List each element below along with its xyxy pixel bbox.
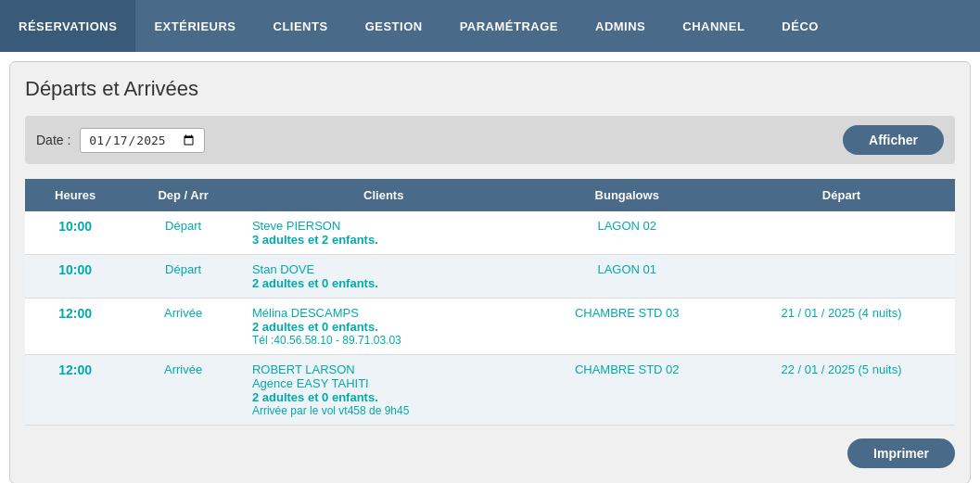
- table-col-dep--arr: Dep / Arr: [125, 179, 241, 211]
- table-col-dpart: Départ: [728, 179, 955, 211]
- nav-item-parametrage[interactable]: PARAMÉTRAGE: [441, 0, 577, 52]
- cell-client: Mélina DESCAMPS2 adultes et 0 enfants.Té…: [241, 299, 527, 355]
- table-row: 12:00ArrivéeMélina DESCAMPS2 adultes et …: [25, 299, 955, 355]
- cell-depart: 21 / 01 / 2025 (4 nuits): [728, 299, 955, 355]
- table-body: 10:00DépartSteve PIERSON3 adultes et 2 e…: [25, 211, 955, 426]
- cell-depart: [728, 211, 955, 255]
- date-label: Date :: [36, 133, 70, 147]
- cell-client: Steve PIERSON3 adultes et 2 enfants.: [241, 211, 527, 255]
- main-nav: RÉSERVATIONSEXTÉRIEURSCLIENTSGESTIONPARA…: [0, 0, 980, 52]
- imprimer-button[interactable]: Imprimer: [847, 439, 955, 468]
- table-row: 10:00DépartSteve PIERSON3 adultes et 2 e…: [25, 211, 955, 255]
- nav-item-channel[interactable]: CHANNEL: [664, 0, 763, 52]
- cell-bungalow: CHAMBRE STD 02: [527, 355, 728, 426]
- cell-heures: 12:00: [25, 355, 125, 426]
- nav-item-admins[interactable]: ADMINS: [577, 0, 664, 52]
- nav-item-deco[interactable]: DÉCO: [763, 0, 837, 52]
- table-col-clients: Clients: [241, 179, 527, 211]
- bottom-row: Imprimer: [25, 439, 955, 468]
- nav-item-reservations[interactable]: RÉSERVATIONS: [0, 0, 135, 52]
- departures-table: HeuresDep / ArrClientsBungalowsDépart 10…: [25, 179, 955, 426]
- table-header: HeuresDep / ArrClientsBungalowsDépart: [25, 179, 955, 211]
- cell-heures: 10:00: [25, 211, 125, 255]
- date-input[interactable]: [80, 128, 205, 153]
- table-row: 10:00DépartStan DOVE2 adultes et 0 enfan…: [25, 255, 955, 299]
- cell-bungalow: LAGON 01: [527, 255, 728, 299]
- afficher-button[interactable]: Afficher: [843, 125, 944, 155]
- cell-client: ROBERT LARSONAgence EASY TAHITI2 adultes…: [241, 355, 527, 426]
- cell-dep-arr: Arrivée: [125, 355, 241, 426]
- cell-bungalow: LAGON 02: [527, 211, 728, 255]
- cell-depart: 22 / 01 / 2025 (5 nuits): [728, 355, 955, 426]
- table-col-bungalows: Bungalows: [527, 179, 728, 211]
- cell-depart: [728, 255, 955, 299]
- cell-heures: 10:00: [25, 255, 125, 299]
- cell-dep-arr: Arrivée: [125, 299, 241, 355]
- filter-row: Date : Afficher: [25, 116, 955, 164]
- cell-dep-arr: Départ: [125, 255, 241, 299]
- cell-dep-arr: Départ: [125, 211, 241, 255]
- nav-item-exterieurs[interactable]: EXTÉRIEURS: [135, 0, 254, 52]
- cell-bungalow: CHAMBRE STD 03: [527, 299, 728, 355]
- page-title: Départs et Arrivées: [25, 77, 955, 101]
- main-container: Départs et Arrivées Date : Afficher Heur…: [9, 61, 971, 483]
- table-row: 12:00ArrivéeROBERT LARSONAgence EASY TAH…: [25, 355, 955, 426]
- cell-heures: 12:00: [25, 299, 125, 355]
- nav-item-gestion[interactable]: GESTION: [347, 0, 441, 52]
- table-col-heures: Heures: [25, 179, 125, 211]
- cell-client: Stan DOVE2 adultes et 0 enfants.: [241, 255, 527, 299]
- nav-item-clients[interactable]: CLIENTS: [255, 0, 347, 52]
